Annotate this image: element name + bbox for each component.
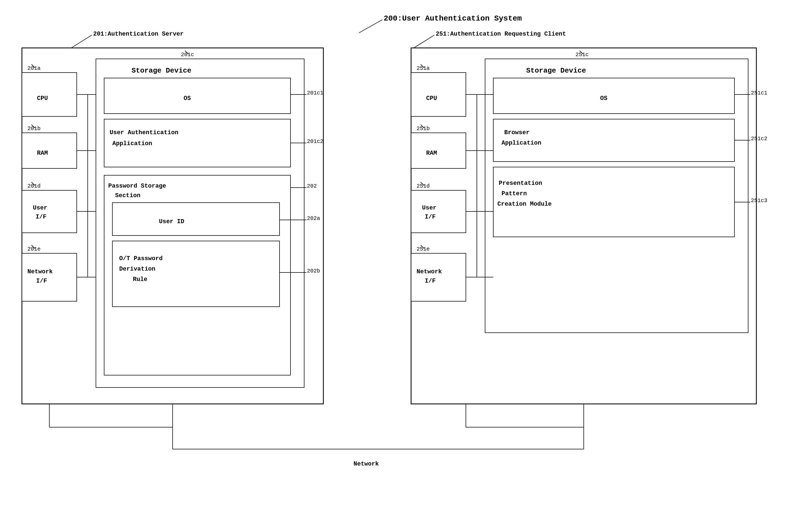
svg-rect-37 bbox=[411, 133, 466, 169]
server-cpu: CPU bbox=[37, 95, 48, 102]
client-cpu: CPU bbox=[426, 95, 437, 102]
server-otpwd-line2: Derivation bbox=[119, 266, 155, 272]
server-storage-id: 201c bbox=[181, 52, 194, 58]
server-netif: Network bbox=[27, 268, 53, 275]
server-pwd-title2: Section bbox=[115, 192, 140, 199]
server-otpwd-line3: Rule bbox=[133, 276, 147, 283]
server-app-line2: Application bbox=[112, 140, 152, 147]
client-browser-line2: Application bbox=[501, 140, 541, 147]
server-app-line1: User Authentication bbox=[110, 129, 178, 136]
client-cpu-id: 251a bbox=[416, 65, 430, 71]
client-netif: Network bbox=[416, 268, 442, 275]
server-otpwd-line1: O/T Password bbox=[119, 255, 163, 262]
server-pwd-id: 202 bbox=[307, 183, 317, 189]
client-storage-title: Storage Device bbox=[526, 66, 586, 75]
svg-line-1 bbox=[71, 35, 92, 48]
client-label: 251:Authentication Requesting Client bbox=[436, 31, 566, 37]
client-os-id: 251c1 bbox=[751, 90, 767, 96]
client-userif-id: 251d bbox=[416, 183, 430, 189]
server-userif-id: 201d bbox=[27, 183, 40, 189]
client-netif-id: 251e bbox=[416, 246, 430, 252]
client-userif: User bbox=[422, 205, 437, 211]
server-userid: User ID bbox=[159, 218, 184, 225]
server-ram: RAM bbox=[37, 150, 48, 157]
svg-rect-35 bbox=[411, 72, 466, 116]
client-netif2: I/F bbox=[425, 278, 436, 284]
server-userif: User bbox=[33, 205, 48, 211]
client-ram-id: 251b bbox=[416, 125, 430, 132]
svg-rect-49 bbox=[493, 78, 734, 114]
system-label: 200:User Authentication System bbox=[384, 14, 522, 23]
client-userif2: I/F bbox=[425, 214, 436, 220]
svg-line-2 bbox=[414, 35, 434, 48]
svg-line-0 bbox=[359, 20, 382, 33]
server-storage-title: Storage Device bbox=[132, 66, 191, 75]
svg-rect-23 bbox=[104, 78, 290, 114]
client-browser-line1: Browser bbox=[504, 129, 529, 136]
server-otpwd-id: 202b bbox=[307, 268, 320, 274]
server-os: OS bbox=[184, 95, 191, 102]
svg-rect-5 bbox=[22, 72, 77, 116]
client-os: OS bbox=[600, 95, 607, 102]
svg-rect-31 bbox=[112, 241, 280, 307]
client-storage-id: 251c bbox=[576, 52, 589, 58]
client-ppcm-line2: Pattern bbox=[501, 190, 527, 197]
diagram: text { font-family: 'Courier New', Couri… bbox=[5, 5, 773, 485]
server-app-id: 201c2 bbox=[307, 138, 323, 145]
server-netif2: I/F bbox=[36, 278, 47, 284]
server-cpu-id: 201a bbox=[27, 65, 40, 71]
client-ppcm-line3: Creation Module bbox=[497, 201, 552, 208]
client-ram: RAM bbox=[426, 150, 437, 157]
server-userid-id: 202a bbox=[307, 215, 320, 221]
server-os-id: 201c1 bbox=[307, 90, 323, 96]
server-pwd-title1: Password Storage bbox=[108, 183, 166, 189]
svg-rect-9 bbox=[22, 190, 77, 233]
client-ppcm-line1: Presentation bbox=[499, 180, 542, 187]
server-label: 201:Authentication Server bbox=[93, 31, 184, 37]
server-ram-id: 201b bbox=[27, 125, 40, 132]
client-browser-id: 251c2 bbox=[751, 135, 767, 142]
svg-rect-39 bbox=[411, 190, 466, 233]
server-netif-id: 201e bbox=[27, 246, 40, 252]
server-userif2: I/F bbox=[36, 214, 47, 220]
svg-rect-29 bbox=[112, 203, 280, 236]
client-ppcm-id: 251c3 bbox=[751, 198, 767, 204]
svg-rect-41 bbox=[411, 253, 466, 301]
svg-rect-7 bbox=[22, 133, 77, 169]
network-label: Network bbox=[353, 461, 379, 467]
svg-rect-11 bbox=[22, 253, 77, 301]
